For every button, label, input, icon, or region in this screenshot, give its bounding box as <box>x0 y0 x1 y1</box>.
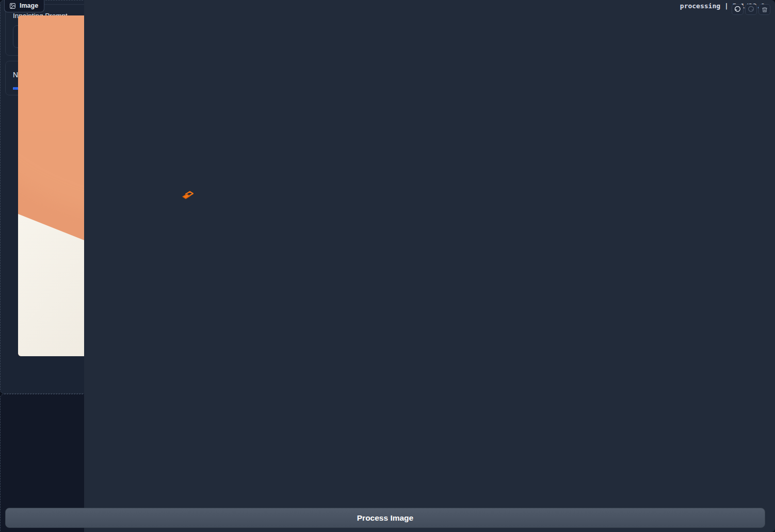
gradio-logo-icon <box>182 190 194 201</box>
output-image-tab: Image <box>4 0 44 12</box>
output-tab-label: Image <box>20 2 38 9</box>
redo-button[interactable] <box>745 4 757 15</box>
trash-icon <box>762 7 768 13</box>
image-icon <box>9 3 16 9</box>
history-bar <box>732 4 770 15</box>
redo-icon <box>748 6 754 13</box>
processing-overlay: processing | 5.1/22.8s <box>84 0 775 532</box>
undo-icon <box>734 6 741 13</box>
clear-canvas-button[interactable] <box>758 4 770 15</box>
undo-button[interactable] <box>732 4 744 15</box>
process-image-button[interactable]: Process Image <box>5 508 765 528</box>
